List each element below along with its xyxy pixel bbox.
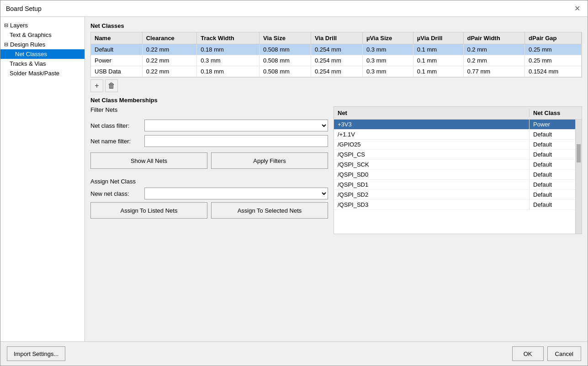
net-classes-table-container: Name Clearance Track Width Via Size Via … (90, 32, 582, 78)
col-dpair-gap: dPair Gap (525, 32, 582, 44)
net-list-header: Net Net Class (334, 107, 582, 120)
net-list-row[interactable]: /QSPI_SD2Default (334, 190, 575, 200)
net-list-header-class: Net Class (530, 109, 575, 117)
net-class-row[interactable]: Power0.22 mm0.3 mm0.508 mm0.254 mm0.3 mm… (91, 55, 582, 66)
membership-title: Net Class Memberships (90, 97, 582, 104)
net-list-panel: Net Net Class +3V3Power/+1.1VDefault/GPI… (334, 106, 582, 234)
apply-filters-button[interactable]: Apply Filters (211, 152, 328, 169)
show-all-nets-button[interactable]: Show All Nets (90, 152, 207, 169)
col-dpair-width: dPair Width (463, 32, 525, 44)
cancel-button[interactable]: Cancel (547, 346, 581, 361)
col-uvia-drill: µVia Drill (413, 32, 463, 44)
add-net-class-button[interactable]: + (90, 79, 103, 92)
net-name-filter-label: Net name filter: (90, 138, 141, 145)
sidebar-item-net-classes[interactable]: Net Classes (0, 49, 85, 59)
net-name-filter-input[interactable] (144, 135, 328, 147)
col-uvia-size: µVia Size (362, 32, 413, 44)
close-button[interactable]: ✕ (572, 4, 582, 13)
col-via-drill: Via Drill (311, 32, 362, 44)
assign-listed-nets-button[interactable]: Assign To Listed Nets (90, 202, 207, 219)
net-classes-section: Net Classes Name Clearance Track Width V… (90, 22, 582, 92)
main-content: Net Classes Name Clearance Track Width V… (85, 17, 588, 341)
net-list-row[interactable]: /GPIO25Default (334, 140, 575, 150)
sidebar-item-text-graphics[interactable]: Text & Graphics (0, 30, 85, 40)
net-list-row[interactable]: /QSPI_SD0Default (334, 170, 575, 180)
net-list-row[interactable]: /QSPI_CSDefault (334, 150, 575, 160)
bottom-bar: Import Settings... OK Cancel (0, 341, 588, 366)
col-name: Name (91, 32, 142, 44)
net-name-filter-row: Net name filter: (90, 135, 328, 147)
sidebar-label-text-graphics: Text & Graphics (10, 31, 52, 38)
net-list-row[interactable]: +3V3Power (334, 120, 575, 130)
title-bar: Board Setup ✕ (0, 0, 588, 17)
dialog-body: ⊟ Layers Text & Graphics ⊟ Design Rules … (0, 17, 588, 341)
ok-button[interactable]: OK (512, 346, 544, 361)
new-net-class-label: New net class: (90, 190, 141, 197)
col-clearance: Clearance (142, 32, 197, 44)
net-class-row[interactable]: Default0.22 mm0.18 mm0.508 mm0.254 mm0.3… (91, 44, 582, 55)
sidebar-item-layers[interactable]: ⊟ Layers (0, 21, 85, 30)
assign-net-class-section: Assign Net Class New net class: Assign T… (90, 178, 328, 219)
sidebar-label-tracks-vias: Tracks & Vias (10, 60, 46, 67)
membership-inner: Filter Nets Net class filter: Net name f… (90, 106, 582, 234)
bottom-right-btns: OK Cancel (512, 346, 581, 361)
net-list-row[interactable]: /QSPI_SCKDefault (334, 160, 575, 170)
sidebar-label-solder-mask: Solder Mask/Paste (10, 70, 59, 77)
net-classes-title: Net Classes (90, 22, 582, 29)
filter-btn-row: Show All Nets Apply Filters (90, 152, 328, 169)
assign-btns-row: Assign To Listed Nets Assign To Selected… (90, 202, 328, 219)
filter-panel: Filter Nets Net class filter: Net name f… (90, 106, 328, 234)
new-net-class-row: New net class: (90, 188, 328, 199)
sidebar-item-tracks-vias[interactable]: Tracks & Vias (0, 59, 85, 68)
net-list-wrapper: Net Net Class +3V3Power/+1.1VDefault/GPI… (334, 106, 582, 234)
net-list-scroll[interactable]: +3V3Power/+1.1VDefault/GPIO25Default/QSP… (334, 120, 575, 234)
net-class-filter-select[interactable] (144, 120, 328, 131)
net-list-header-net: Net (334, 109, 530, 117)
sidebar-label-net-classes: Net Classes (15, 51, 47, 58)
net-list-scroll-outer: +3V3Power/+1.1VDefault/GPIO25Default/QSP… (334, 120, 582, 234)
sidebar-item-design-rules[interactable]: ⊟ Design Rules (0, 40, 85, 49)
toggle-design-rules-icon: ⊟ (4, 42, 8, 47)
net-class-filter-label: Net class filter: (90, 122, 141, 129)
scrollbar-spacer (575, 109, 582, 117)
sidebar: ⊟ Layers Text & Graphics ⊟ Design Rules … (0, 17, 85, 341)
net-list-row[interactable]: /+1.1VDefault (334, 130, 575, 140)
membership-section: Net Class Memberships Filter Nets Net cl… (90, 97, 582, 234)
net-class-row[interactable]: USB Data0.22 mm0.18 mm0.508 mm0.254 mm0.… (91, 66, 582, 77)
net-list-row[interactable]: /QSPI_SD3Default (334, 200, 575, 210)
net-classes-toolbar: + 🗑 (90, 79, 582, 92)
scrollbar[interactable] (575, 120, 582, 234)
col-via-size: Via Size (259, 32, 311, 44)
net-classes-table: Name Clearance Track Width Via Size Via … (91, 32, 582, 77)
filter-nets-label: Filter Nets (90, 106, 328, 113)
sidebar-label-design-rules: Design Rules (10, 41, 45, 48)
assign-net-class-label: Assign Net Class (90, 178, 328, 185)
new-net-class-select[interactable] (144, 188, 328, 199)
delete-net-class-button[interactable]: 🗑 (105, 79, 118, 92)
import-settings-button[interactable]: Import Settings... (7, 346, 65, 361)
net-class-filter-row: Net class filter: (90, 120, 328, 131)
assign-selected-nets-button[interactable]: Assign To Selected Nets (211, 202, 328, 219)
sidebar-item-solder-mask[interactable]: Solder Mask/Paste (0, 68, 85, 78)
scrollbar-thumb (577, 144, 581, 162)
dialog-title: Board Setup (6, 5, 42, 12)
board-setup-dialog: Board Setup ✕ ⊟ Layers Text & Graphics ⊟… (0, 0, 588, 366)
toggle-layers-icon: ⊟ (4, 22, 8, 28)
sidebar-label-layers: Layers (10, 22, 28, 29)
col-track-width: Track Width (197, 32, 260, 44)
net-list-row[interactable]: /QSPI_SD1Default (334, 180, 575, 190)
